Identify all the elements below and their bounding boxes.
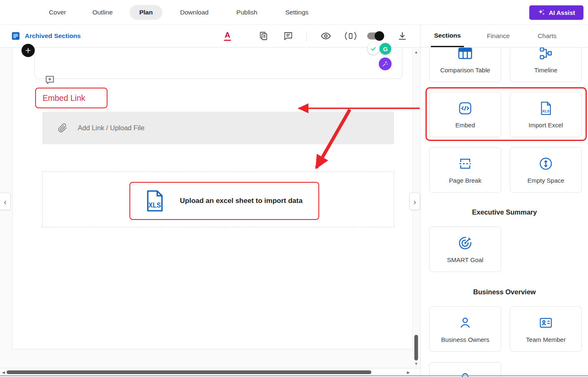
collapse-left-panel-handle[interactable]: ‹ <box>0 193 11 210</box>
window-bottom-edge <box>0 375 588 376</box>
comment-icon <box>283 31 293 41</box>
preview-button[interactable] <box>320 31 331 41</box>
sections-panel: Comparison Table Timeline Embed <box>420 48 588 377</box>
nav-tab-plan[interactable]: Plan <box>130 5 163 20</box>
toggle-track <box>367 33 383 40</box>
comparison-table-icon <box>458 48 472 60</box>
archived-sections-link[interactable]: Archived Sections <box>11 25 81 47</box>
add-comment-button[interactable] <box>45 75 55 87</box>
card-label: Empty Space <box>527 177 564 184</box>
add-link-upload-field[interactable]: Add Link / Upload File <box>42 112 394 144</box>
nav-tab-publish[interactable]: Publish <box>237 9 258 16</box>
add-link-label: Add Link / Upload File <box>78 124 144 132</box>
section-card-import-excel[interactable]: XLS Import Excel <box>510 92 582 137</box>
timeline-icon <box>539 48 552 60</box>
section-card-page-break[interactable]: Page Break <box>429 147 501 193</box>
id-badge-icon <box>539 316 553 330</box>
person-icon <box>459 316 472 330</box>
xls-icon-label: XLS <box>542 109 550 113</box>
ai-assist-label: AI Assist <box>549 9 575 16</box>
device-preview-icon <box>345 31 356 41</box>
eye-icon <box>320 31 331 41</box>
grammarly-letter: G <box>383 45 388 52</box>
font-color-swatch <box>224 40 231 41</box>
sidebar-tab-bar: Sections Finance Charts <box>420 25 588 48</box>
nav-tab-cover[interactable]: Cover <box>49 9 66 16</box>
card-label: Import Excel <box>528 122 563 129</box>
card-label: Timeline <box>534 67 557 74</box>
scroll-left-arrow[interactable]: ◀ <box>2 370 5 375</box>
comment-plus-icon <box>45 75 55 85</box>
check-icon <box>370 46 376 52</box>
section-card-empty-space[interactable]: Empty Space <box>510 147 582 193</box>
empty-space-icon <box>539 157 553 171</box>
card-label: Embed <box>455 122 475 129</box>
device-preview-button[interactable] <box>345 31 356 41</box>
section-card-partial[interactable] <box>429 362 501 377</box>
smart-goal-icon <box>458 236 472 250</box>
paperclip-icon <box>58 123 67 133</box>
embed-code-icon <box>458 101 472 115</box>
copy-icon <box>258 31 268 41</box>
archived-sections-label: Archived Sections <box>25 32 81 40</box>
xls-icon-label: XLS <box>148 202 161 209</box>
page-break-icon <box>458 157 472 171</box>
section-card-timeline[interactable]: Timeline <box>510 48 582 82</box>
scroll-up-arrow[interactable]: ▲ <box>414 50 418 54</box>
magic-wand-icon <box>382 60 389 67</box>
embed-link-title[interactable]: Embed Link <box>43 93 85 103</box>
mode-toggle[interactable] <box>367 33 383 40</box>
sparkles-icon <box>538 9 545 17</box>
font-color-button[interactable]: A <box>224 31 231 41</box>
section-card-comparison-table[interactable]: Comparison Table <box>429 48 501 82</box>
download-icon <box>397 31 407 41</box>
top-navigation: Cover Outline Plan Download Publish Sett… <box>0 0 588 25</box>
annotation-box-embed-link: Embed Link <box>35 88 108 108</box>
tab-finance[interactable]: Finance <box>482 25 515 47</box>
upload-excel-label: Upload an excel sheet to import data <box>180 197 303 205</box>
ai-assist-button[interactable]: AI Assist <box>529 5 583 20</box>
nav-tab-settings[interactable]: Settings <box>285 9 308 16</box>
card-label: Comparison Table <box>440 67 490 74</box>
horizontal-scroll-thumb[interactable] <box>7 370 371 374</box>
font-color-letter: A <box>225 31 230 39</box>
document-canvas: Embed Link Add Link / Upload File XLS Up… <box>12 48 413 349</box>
section-card-embed[interactable]: Embed <box>429 92 501 137</box>
content-block[interactable] <box>34 48 402 79</box>
toggle-knob <box>375 31 384 41</box>
archived-sections-icon <box>11 31 20 41</box>
download-button[interactable] <box>397 31 407 41</box>
person-pin-icon <box>459 372 472 377</box>
group-heading-executive-summary: Executive Summary <box>421 208 588 216</box>
card-label: SMART Goal <box>447 256 483 263</box>
add-block-button[interactable] <box>22 44 35 57</box>
chevron-right-icon: › <box>414 197 416 206</box>
scroll-down-arrow[interactable]: ▼ <box>414 362 418 366</box>
nav-tab-outline[interactable]: Outline <box>92 9 112 16</box>
grammarly-button[interactable]: G <box>380 43 391 55</box>
upload-excel-button[interactable]: XLS Upload an excel sheet to import data <box>129 182 319 220</box>
plus-icon <box>25 47 31 54</box>
comment-button[interactable] <box>283 31 293 41</box>
copy-button[interactable] <box>258 31 268 41</box>
section-card-smart-goal[interactable]: SMART Goal <box>429 227 501 272</box>
section-card-team-member[interactable]: Team Member <box>510 306 582 352</box>
suggestion-check-button[interactable] <box>368 43 379 55</box>
scroll-right-arrow[interactable]: ▶ <box>407 370 410 375</box>
magic-wand-button[interactable] <box>379 57 392 70</box>
tab-charts[interactable]: Charts <box>531 25 564 47</box>
xls-file-icon: XLS <box>145 190 164 212</box>
section-card-business-owners[interactable]: Business Owners <box>429 306 501 352</box>
toolbar-divider <box>306 31 307 41</box>
card-label: Page Break <box>449 177 481 184</box>
editor-toolbar: Archived Sections A <box>0 25 421 48</box>
card-label: Team Member <box>526 336 566 343</box>
card-label: Business Owners <box>441 336 490 343</box>
vertical-scroll-thumb[interactable] <box>414 335 418 360</box>
group-heading-business-overview: Business Overview <box>421 288 588 296</box>
collapse-right-panel-handle[interactable]: › <box>409 193 420 210</box>
nav-tab-download[interactable]: Download <box>180 9 209 16</box>
chevron-left-icon: ‹ <box>4 197 7 206</box>
xls-file-icon: XLS <box>540 101 552 115</box>
tab-sections[interactable]: Sections <box>431 25 464 47</box>
